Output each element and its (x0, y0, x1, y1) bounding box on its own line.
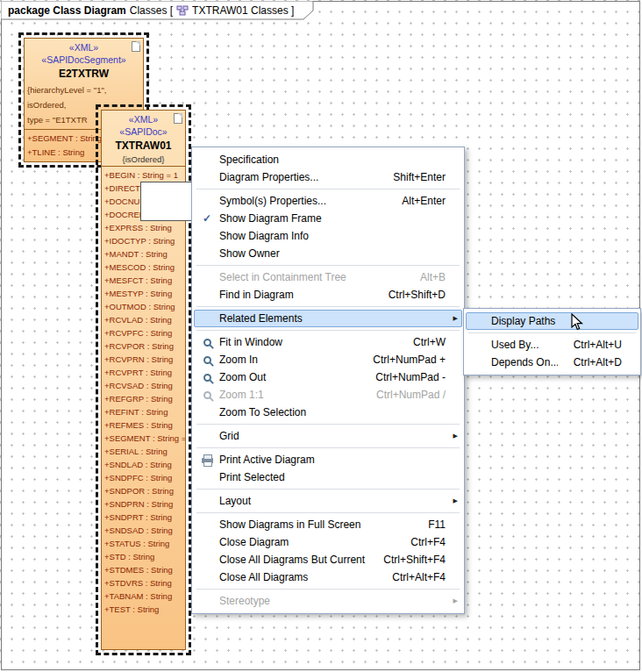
menu-item-label: Fit in Window (219, 336, 397, 348)
menu-item[interactable]: ✓ Layout ▶ (194, 492, 462, 510)
menu-item-label: Show Diagram Info (219, 230, 430, 242)
stereotype-label: «SAPIDoc» (102, 125, 185, 138)
menu-item-label: Print Selected (219, 471, 430, 483)
menu-separator: ✓ ▶ (196, 447, 460, 448)
menu-item[interactable]: ✓ Find in Diagram Ctrl+Shift+D ▶ (194, 286, 462, 304)
menu-separator: ✓ ▶ (468, 332, 636, 333)
diagram-frame-header[interactable]: package Class Diagram Classes [ TXTRAW01… (1, 1, 315, 24)
submenu-arrow-icon: ▶ (449, 433, 458, 440)
menu-item[interactable]: ✓ Show Diagram Frame ▶ (194, 210, 462, 227)
attribute[interactable]: +STD : String (104, 550, 185, 563)
menu-item-label: Print Active Diagram (219, 454, 430, 466)
attribute[interactable]: +EXPRSS : String (104, 221, 185, 234)
menu-item-label: Show Diagrams in Full Screen (219, 518, 412, 531)
menu-separator: ✓ ▶ (196, 512, 460, 513)
menu-item[interactable]: ✓ Zoom Out Ctrl+NumPad - ▶ (194, 368, 462, 386)
note-icon (174, 113, 182, 124)
menu-item[interactable]: ✓ Symbol(s) Properties... Alt+Enter ▶ (194, 192, 462, 210)
menu-separator: ✓ ▶ (196, 589, 460, 590)
menu-item[interactable]: ✓ Zoom In Ctrl+NumPad + ▶ (194, 351, 462, 368)
menu-separator: ✓ ▶ (196, 330, 460, 331)
menu-item-label: Layout (219, 495, 430, 507)
tagged-values: {isOrdered} (102, 154, 185, 166)
attribute[interactable]: +RCVPRT : String (104, 366, 185, 379)
menu-item[interactable]: ✓ Zoom To Selection ▶ (194, 404, 462, 421)
menu-item[interactable]: ✓ Close All Diagrams Ctrl+Alt+F4 ▶ (194, 568, 462, 586)
menu-item[interactable]: ✓ Show Owner ▶ (194, 245, 462, 262)
menu-item[interactable]: ✓ Stereotype ▶ (194, 592, 462, 610)
attribute[interactable]: +RCVLAD : String (104, 313, 185, 326)
attribute[interactable]: +SNDPRN : String (104, 497, 185, 511)
class-diagram-icon (176, 5, 189, 16)
menu-item-label: Depends On... (491, 356, 558, 368)
attribute[interactable]: +REFGRP : String (104, 392, 185, 405)
menu-item-label: Show Diagram Frame (219, 212, 430, 225)
attribute[interactable]: +RCVPRN : String (104, 353, 185, 366)
attribute[interactable]: +STDVRS : String (104, 576, 185, 590)
menu-item-shortcut: Alt+Enter (402, 195, 449, 207)
menu-item[interactable]: ✓ Close All Diagrams But Current Ctrl+Sh… (194, 551, 462, 568)
menu-item[interactable]: ✓ Print Active Diagram ▶ (194, 451, 462, 468)
attribute[interactable]: +RCVPOR : String (104, 340, 185, 353)
attribute[interactable]: +SEGMENT : String = 1 (104, 432, 185, 445)
menu-item-shortcut: Ctrl+F4 (410, 536, 449, 548)
class-name: TXTRAW01 (102, 138, 185, 154)
attribute[interactable]: +SNDPOR : String (104, 484, 185, 497)
attribute[interactable]: +STDMES : String (104, 563, 185, 576)
attribute[interactable]: +RCVSAD : String (104, 379, 185, 392)
menu-item-shortcut: F11 (428, 518, 449, 531)
attribute[interactable]: +OUTMOD : String (104, 300, 185, 313)
menu-item[interactable]: ✓ Close Diagram Ctrl+F4 ▶ (194, 533, 462, 551)
menu-item-shortcut: Ctrl+NumPad - (375, 371, 449, 383)
menu-item[interactable]: ✓ Fit in Window Ctrl+W ▶ (194, 333, 462, 351)
attribute[interactable]: +SNDSAD : String (104, 524, 185, 537)
menu-item[interactable]: ✓ Related Elements ▶ (194, 310, 462, 327)
menu-item[interactable]: ✓ Display Paths ▶ (466, 312, 638, 330)
attribute[interactable]: +MANDT : String (104, 247, 185, 261)
attribute[interactable]: +IDOCTYP : String (104, 234, 185, 247)
menu-item-label: Used By... (491, 339, 558, 351)
submenu-arrow-icon: ▶ (449, 497, 458, 504)
menu-item-label: Display Paths (491, 315, 606, 327)
menu-item[interactable]: ✓ Depends On... Ctrl+Alt+D ▶ (466, 354, 638, 371)
menu-item[interactable]: ✓ Print Selected ▶ (194, 468, 462, 486)
attribute[interactable]: +MESFCT : String (104, 274, 185, 287)
zoom-icon (203, 356, 211, 364)
menu-item[interactable]: ✓ Used By... Ctrl+Alt+U ▶ (466, 336, 638, 354)
attribute[interactable]: +TEST : String (104, 603, 185, 616)
attribute[interactable]: +BEGIN : String = 1 (104, 168, 185, 182)
attribute[interactable]: +REFINT : String (104, 405, 185, 418)
menu-item[interactable]: ✓ Show Diagrams in Full Screen F11 ▶ (194, 516, 462, 533)
menu-item-shortcut: Ctrl+NumPad / (376, 389, 449, 401)
menu-item[interactable]: ✓ Show Diagram Info ▶ (194, 227, 462, 245)
diagram-canvas[interactable]: package Class Diagram Classes [ TXTRAW01… (0, 0, 642, 672)
attribute[interactable]: +SNDPRT : String (104, 511, 185, 524)
stereotype-label: «SAPIDocSegment» (25, 54, 143, 66)
menu-item-shortcut: Ctrl+Alt+U (574, 339, 625, 351)
menu-item-label: Find in Diagram (219, 289, 373, 301)
menu-item[interactable]: ✓ Grid ▶ (194, 427, 462, 445)
menu-separator: ✓ ▶ (196, 489, 460, 490)
note-icon (132, 41, 140, 52)
menu-item[interactable]: ✓ Select in Containment Tree Alt+B ▶ (194, 268, 462, 286)
menu-item[interactable]: ✓ Zoom 1:1 Ctrl+NumPad / ▶ (194, 386, 462, 404)
menu-item-label: Select in Containment Tree (219, 271, 404, 283)
menu-item-shortcut: Ctrl+Alt+F4 (392, 571, 449, 583)
menu-item[interactable]: ✓ Diagram Properties... Shift+Enter ▶ (194, 168, 462, 186)
menu-item-label: Related Elements (219, 312, 430, 325)
attribute[interactable]: +RCVPFC : String (104, 326, 185, 340)
menu-item-label: Grid (219, 430, 430, 442)
menu-separator: ✓ ▶ (196, 189, 460, 189)
attribute[interactable]: +TABNAM : String (104, 590, 185, 603)
attribute[interactable]: +REFMES : String (104, 418, 185, 432)
menu-item-label: Close Diagram (219, 536, 395, 548)
menu-separator: ✓ ▶ (196, 424, 460, 425)
attribute[interactable]: +SERIAL : String (104, 445, 185, 458)
attribute-compartment: +BEGIN : String = 1+DIRECT : String+DOCN… (102, 166, 185, 616)
attribute[interactable]: +SNDPFC : String (104, 471, 185, 484)
attribute[interactable]: +MESCOD : String (104, 261, 185, 274)
attribute[interactable]: +SNDLAD : String (104, 458, 185, 471)
menu-item[interactable]: ✓ Specification ▶ (194, 151, 462, 168)
attribute[interactable]: +MESTYP : String (104, 287, 185, 300)
attribute[interactable]: +STATUS : String (104, 537, 185, 550)
